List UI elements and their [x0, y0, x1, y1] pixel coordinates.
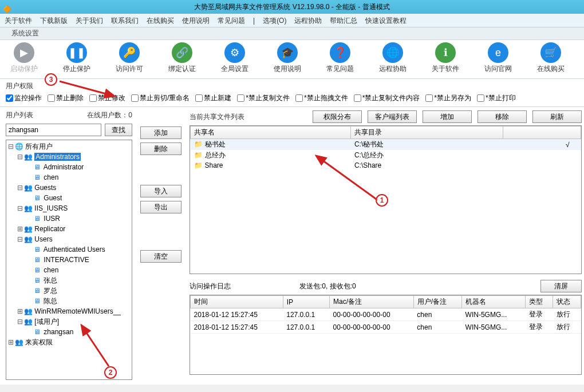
- perm-checkbox[interactable]: [477, 94, 484, 102]
- delete-button[interactable]: 删除: [140, 142, 181, 155]
- share-col[interactable]: 共享名: [191, 126, 351, 139]
- export-button[interactable]: 导出: [140, 201, 181, 213]
- share-list-title: 当前共享文件列表: [190, 112, 244, 122]
- tree-user[interactable]: 🖥 Guest: [7, 193, 131, 203]
- menubar: 关于软件下载新版关于我们联系我们在线购买使用说明常见问题|选项(O)远程协助帮助…: [0, 14, 584, 27]
- menu-item[interactable]: 使用说明: [182, 17, 210, 25]
- menu-item[interactable]: 选项(O): [263, 17, 286, 25]
- menu-item[interactable]: 快速设置教程: [365, 17, 407, 25]
- toolbar-远程协助[interactable]: 🌐远程协助: [374, 42, 411, 74]
- tree-user[interactable]: 🖥 INTERACTIVE: [7, 255, 131, 265]
- user-tree[interactable]: ⊟🌐 所有用户⊟👥 Administrators🖥 Administrator🖥…: [6, 140, 132, 380]
- tree-user[interactable]: 🖥 张总: [7, 275, 131, 286]
- add-button[interactable]: 添加: [140, 126, 181, 139]
- log-col[interactable]: 用户/备注: [413, 296, 461, 308]
- log-table[interactable]: 时间IPMac/备注用户/备注机器名类型状态2018-01-12 15:27:4…: [190, 295, 582, 375]
- share-col[interactable]: [503, 126, 581, 139]
- search-input[interactable]: [6, 124, 101, 136]
- tree-user[interactable]: 🖥 chen: [7, 172, 131, 183]
- toolbar-绑定认证[interactable]: 🔗绑定认证: [164, 42, 200, 74]
- toolbar-在线购买[interactable]: 🛒在线购买: [532, 42, 569, 74]
- toolbar-icon: e: [488, 42, 508, 63]
- perm-checkbox[interactable]: [6, 94, 13, 102]
- perm-checkbox[interactable]: [354, 94, 361, 102]
- toolbar-icon: ▶: [14, 42, 34, 63]
- import-button[interactable]: 导入: [140, 185, 181, 197]
- log-row[interactable]: 2018-01-12 15:27:45127.0.0.100-00-00-00-…: [191, 321, 581, 334]
- perm-*禁止复制文件内容[interactable]: *禁止复制文件内容: [354, 93, 420, 103]
- toolbar-全局设置[interactable]: ⚙全局设置: [216, 42, 253, 74]
- tree-user[interactable]: 🖥 zhangsan: [7, 327, 131, 337]
- toolbar-常见问题[interactable]: ❓常见问题: [322, 42, 358, 74]
- share-row[interactable]: 📁ShareC:\Share: [191, 161, 581, 170]
- share-row[interactable]: 📁总经办C:\总经办: [191, 150, 581, 161]
- menu-item[interactable]: 关于软件: [5, 17, 32, 25]
- perm-label: 禁止新建: [204, 93, 231, 103]
- log-col[interactable]: 时间: [191, 296, 283, 308]
- tree-user[interactable]: 🖥 陈总: [7, 296, 131, 306]
- perm-禁止修改[interactable]: 禁止修改: [89, 93, 125, 103]
- menu-item[interactable]: 关于我们: [76, 17, 103, 25]
- log-col[interactable]: 状态: [553, 296, 581, 308]
- perm-checkbox[interactable]: [195, 94, 203, 102]
- tree-user[interactable]: 🖥 Authenticated Users: [7, 244, 131, 255]
- menu-item[interactable]: 远程协助: [294, 17, 322, 25]
- perm-checkbox[interactable]: [425, 94, 433, 102]
- tree-group[interactable]: ⊟👥 Guests: [7, 183, 131, 193]
- perm-*禁止复制文件[interactable]: *禁止复制文件: [237, 93, 290, 103]
- perm-*禁止拖拽文件[interactable]: *禁止拖拽文件: [295, 93, 348, 103]
- tree-user[interactable]: 🖥 罗总: [7, 286, 131, 296]
- search-button[interactable]: 查找: [105, 124, 132, 136]
- perm-禁止新建[interactable]: 禁止新建: [195, 93, 231, 103]
- log-col[interactable]: IP: [283, 296, 329, 308]
- tree-group[interactable]: ⊞👥 WinRMRemoteWMIUsers__: [7, 306, 131, 316]
- toolbar-icon: 🔗: [172, 42, 192, 63]
- share-btn-权限分布[interactable]: 权限分布: [313, 110, 362, 123]
- perm-checkbox[interactable]: [237, 94, 244, 102]
- menu-item[interactable]: 联系我们: [111, 17, 139, 25]
- perm-禁止剪切/重命名[interactable]: 禁止剪切/重命名: [131, 93, 190, 103]
- menu-item[interactable]: 在线购买: [147, 17, 174, 25]
- perm-*禁止另存为[interactable]: *禁止另存为: [425, 93, 471, 103]
- perm-禁止删除[interactable]: 禁止删除: [48, 93, 84, 103]
- online-count: 在线用户数：0: [87, 110, 132, 120]
- perm-checkbox[interactable]: [131, 94, 139, 102]
- toolbar-关于软件[interactable]: ℹ关于软件: [427, 42, 464, 74]
- perm-监控操作[interactable]: 监控操作: [6, 93, 42, 103]
- log-row[interactable]: 2018-01-12 15:27:45127.0.0.100-00-00-00-…: [191, 308, 581, 321]
- perm-checkbox[interactable]: [89, 94, 97, 102]
- tree-group[interactable]: ⊟👥 IIS_IUSRS: [7, 203, 131, 213]
- toolbar-访问许可[interactable]: 🔑访问许可: [111, 42, 148, 74]
- log-col[interactable]: 类型: [526, 296, 553, 308]
- share-btn-增加[interactable]: 增加: [423, 110, 472, 123]
- tree-user[interactable]: 🖥 IUSR: [7, 213, 131, 224]
- perm-*禁止打印[interactable]: *禁止打印: [477, 93, 516, 103]
- log-col[interactable]: Mac/备注: [329, 296, 413, 308]
- clear-log-button[interactable]: 清屏: [540, 280, 582, 292]
- tree-group[interactable]: ⊟👥 [域用户]: [7, 316, 131, 327]
- tree-user[interactable]: 🖥 Administrator: [7, 162, 131, 172]
- share-btn-客户端列表[interactable]: 客户端列表: [368, 110, 417, 123]
- share-col[interactable]: 共享目录: [351, 126, 503, 139]
- tree-user[interactable]: 🖥 chen: [7, 265, 131, 275]
- menu-item[interactable]: 帮助汇总: [330, 17, 357, 25]
- clear-button[interactable]: 清空: [140, 250, 181, 263]
- tree-root[interactable]: ⊟🌐 所有用户: [7, 141, 131, 152]
- share-row[interactable]: 📁秘书处C:\秘书处√: [191, 139, 581, 151]
- share-btn-刷新[interactable]: 刷新: [532, 110, 582, 123]
- menu-item[interactable]: 下载新版: [40, 17, 68, 25]
- toolbar-使用说明[interactable]: 🎓使用说明: [269, 42, 306, 74]
- tree-group[interactable]: ⊞👥 Replicator: [7, 224, 131, 234]
- log-col[interactable]: 机器名: [462, 296, 526, 308]
- perm-checkbox[interactable]: [48, 94, 55, 102]
- toolbar-启动保护[interactable]: ▶启动保护: [6, 42, 42, 74]
- perm-checkbox[interactable]: [295, 94, 303, 102]
- tree-group[interactable]: ⊟👥 Administrators: [7, 152, 131, 162]
- tree-guest[interactable]: ⊞👥 来宾权限: [7, 337, 131, 347]
- toolbar-停止保护[interactable]: ❚❚停止保护: [58, 42, 95, 74]
- toolbar-访问官网[interactable]: e访问官网: [480, 42, 516, 74]
- tree-group[interactable]: ⊟👥 Users: [7, 234, 131, 244]
- menu-item[interactable]: 常见问题: [218, 17, 245, 25]
- share-btn-移除[interactable]: 移除: [478, 110, 527, 123]
- annotation-marker-1: 1: [376, 194, 388, 207]
